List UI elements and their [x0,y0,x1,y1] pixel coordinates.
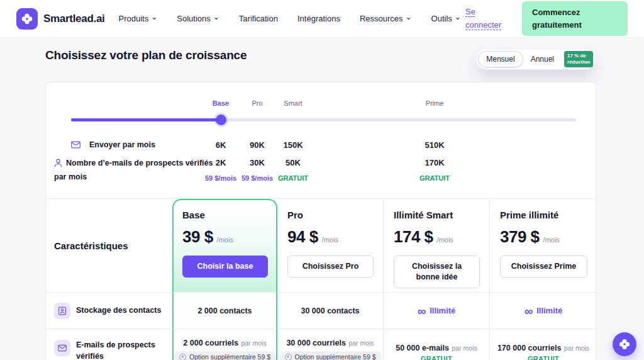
nav-links: Produits Solutions Tarification Intégrat… [119,14,461,23]
contacts-value: 2 000 contacts [197,307,252,315]
chevron-down-icon [213,14,219,23]
nav-item-ressources[interactable]: Ressources [360,14,412,23]
signup-button[interactable]: Commencez gratuitement [522,1,628,36]
slider-tick-smart[interactable]: Smart [284,99,302,107]
feature-row-contacts-label: Stockage des contacts [46,292,172,329]
feature-row-emails-label: E-mails de prospects vérifiés [46,329,172,360]
choose-smart-button[interactable]: Choisissez la bonne idée [394,256,480,288]
emails-suffix: par mois [564,344,589,352]
plan-slider-handle[interactable] [216,115,226,125]
verified-value-smart: 50K [286,158,301,167]
addon-label: Option supplémentaire 59 $ [295,353,376,360]
emails-suffix: par mois [348,339,374,347]
verified-value-prime: 170K [425,158,444,167]
plan-name-prime: Prime illimité [500,210,587,220]
plan-price-pro: 94 $ /mois [287,227,374,247]
verified-emails-count-label: Nombre d’e-mails de prospects vérifiés p… [54,157,224,184]
price-value: 94 $ [287,227,318,247]
addon-label: Option supplémentaire 59 $ [189,353,270,360]
plus-icon [179,354,186,360]
verified-emails-icon [54,340,70,356]
price-period: /mois [437,236,453,244]
addon-pill[interactable]: Option supplémentaire 59 $ [174,351,276,360]
emails-amount: 2 000 courriels [183,339,238,347]
plan-price-prime: 379 $ /mois [500,227,587,247]
infinity-icon [418,304,430,318]
plan-header-prime: Prime illimité 379 $ /mois Choisissez Pr… [489,199,597,292]
contacts-value: Illimité [536,306,562,315]
verified-price-pro: 59 $/mois [242,174,273,182]
chat-fab[interactable] [613,332,636,356]
plans-table: Caractéristiques Base 39 $ /mois Choisir… [46,199,596,360]
plan-header-pro: Pro 94 $ /mois Choisissez Pro [277,199,383,292]
slider-tick-pro[interactable]: Pro [252,99,262,107]
top-navbar: Smartlead.ai Produits Solutions Tarifica… [0,0,644,38]
contacts-value: Illimité [430,306,455,315]
price-period: /mois [322,236,338,244]
choose-pro-button[interactable]: Choisissez Pro [287,256,374,278]
verified-price-base: 59 $/mois [205,174,236,182]
verified-emails-count-text: Nombre d’e-mails de prospects vérifiés p… [54,159,213,181]
contacts-cell-base: 2 000 contacts [172,292,277,329]
brand[interactable]: Smartlead.ai [16,8,105,30]
verified-value-pro: 30K [250,158,265,167]
nav-item-outils[interactable]: Outils [431,14,461,23]
addon-pill[interactable]: Option supplémentaire 59 $ [279,351,382,360]
smartlead-logo-icon [16,8,38,30]
free-label: GRATUIT [421,355,452,360]
plus-icon [285,354,292,360]
send-per-month-text: Envoyer par mois [89,140,155,149]
slider-tick-base[interactable]: Base [213,99,229,107]
plan-slider-zone: Base Pro Smart Prime Envoyer par mois 6K… [46,82,596,199]
toggle-monthly[interactable]: Mensuel [478,51,523,67]
plan-header-base: Base 39 $ /mois Choisir la base [172,199,277,292]
nav-item-label: Tarification [239,14,278,23]
feature-label: Stockage des contacts [76,305,161,317]
choose-base-button[interactable]: Choisir la base [182,256,268,278]
verified-free-prime: GRATUIT [419,174,450,182]
nav-item-label: Solutions [177,14,210,23]
features-column-header: Caractéristiques [46,199,172,292]
send-value-pro: 90K [250,140,265,150]
plan-name-pro: Pro [287,210,374,220]
price-period: /mois [217,236,233,244]
plan-slider-fill [71,118,221,121]
nav-item-label: Outils [431,14,452,23]
brand-name: Smartlead.ai [43,13,105,25]
nav-item-solutions[interactable]: Solutions [177,14,219,23]
plan-header-smart: Illimité Smart 174 $ /mois Choisissez la… [383,199,489,292]
price-period: /mois [543,236,560,244]
choose-prime-button[interactable]: Choisissez Prime [500,256,587,278]
nav-item-label: Ressources [360,14,403,23]
verified-free-smart: GRATUIT [278,174,308,182]
verified-value-base: 2K [216,158,226,167]
nav-item-integrations[interactable]: Intégrations [297,14,340,23]
login-link[interactable]: Se connecter [465,6,506,31]
contacts-cell-smart: Illimité [383,292,489,329]
send-value-prime: 510K [425,140,444,150]
emails-cell-smart: 50 000 e-mails par mois GRATUIT [383,329,489,360]
send-value-smart: 150K [283,140,303,150]
nav-item-produits[interactable]: Produits [119,14,158,23]
emails-cell-base: 2 000 courriels par mois Option suppléme… [172,329,277,360]
slider-tick-prime[interactable]: Prime [426,99,444,107]
billing-toggle: Mensuel Annuel 17 % de réduction [475,48,596,70]
nav-item-label: Intégrations [297,14,340,23]
nav-item-label: Produits [119,14,149,23]
nav-item-tarification[interactable]: Tarification [239,14,278,23]
plan-slider-track[interactable] [71,118,576,121]
emails-amount: 30 000 courriels [286,339,346,347]
emails-amount: 50 000 e-mails [396,344,449,352]
toggle-annual[interactable]: Annuel [523,52,562,67]
contacts-cell-pro: 30 000 contacts [277,292,383,329]
price-value: 39 $ [182,227,213,247]
plan-name-base: Base [182,210,268,220]
plan-price-base: 39 $ /mois [182,227,268,247]
page-head: Choisissez votre plan de croissance Mens… [0,38,644,70]
price-value: 379 $ [500,227,540,247]
chevron-down-icon [406,14,412,23]
flower-icon [618,338,631,351]
free-label: GRATUIT [528,355,559,360]
envelope-icon [71,141,80,149]
emails-suffix: par mois [452,344,477,352]
